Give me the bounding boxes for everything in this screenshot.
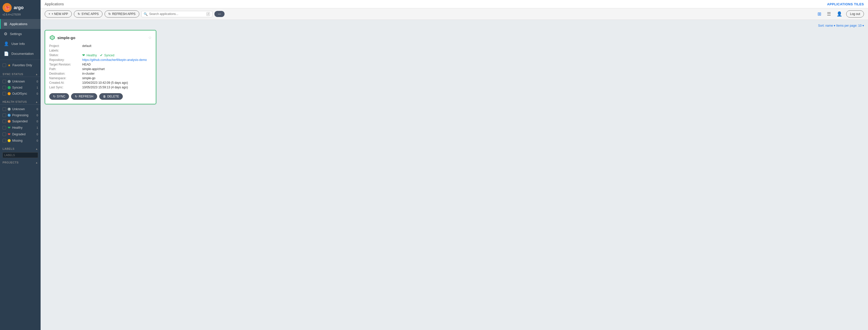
project-key: Project: <box>49 44 82 48</box>
favorite-star-button[interactable]: ☆ <box>148 35 152 40</box>
list-view-button[interactable]: ☰ <box>825 11 833 17</box>
card-title: simple-go <box>49 34 75 40</box>
labels-key: Labels: <box>49 49 82 52</box>
health-healthy-count: 1 <box>36 126 38 129</box>
new-app-button[interactable]: + + NEW APP <box>45 10 72 18</box>
filter-toggle-button[interactable]: — <box>214 11 224 17</box>
health-missing-filter[interactable]: ! Missing 0 <box>0 138 40 144</box>
health-unknown-count: 0 <box>36 108 38 111</box>
sync-outofsync-label: OutOfSync <box>12 92 35 95</box>
health-progressing-checkbox[interactable] <box>3 114 6 117</box>
health-suspended-icon: ⊘ <box>8 120 11 123</box>
app-name[interactable]: simple-go <box>57 35 75 40</box>
logo-text: argo <box>14 5 24 10</box>
delete-button[interactable]: 🗑 DELETE <box>99 93 123 100</box>
favorites-filter[interactable]: ★ Favorites Only <box>0 61 40 69</box>
grid-view-button[interactable]: ⊞ <box>816 11 823 17</box>
labels-chevron[interactable]: ▲ <box>35 148 38 150</box>
health-unknown-filter[interactable]: ? Unknown 0 <box>0 106 40 112</box>
projects-header: PROJECTS ▲ <box>0 159 40 165</box>
health-degraded-label: Degraded <box>12 132 35 136</box>
namespace-value: simple-go <box>82 77 95 80</box>
repository-value[interactable]: https://github.com/bacherfl/keptn-analys… <box>82 58 147 62</box>
page-title: Applications <box>45 2 64 6</box>
project-value: default <box>82 44 91 48</box>
health-degraded-filter[interactable]: ❤ Degraded 0 <box>0 131 40 138</box>
labels-header: LABELS ▲ <box>0 145 40 151</box>
path-key: Path: <box>49 67 82 71</box>
health-status-chevron[interactable]: ▲ <box>35 100 38 103</box>
logout-button[interactable]: Log out <box>846 10 864 18</box>
sidebar: 🐙 argo v2.8.4+c279299 ⊞ Applications ⚙ S… <box>0 0 40 330</box>
user-avatar-button[interactable]: 👤 <box>835 11 844 17</box>
health-suspended-filter[interactable]: ⊘ Suspended 0 <box>0 118 40 124</box>
app-card-simple-go: simple-go ☆ Project: default Labels: Sta… <box>45 30 156 104</box>
sync-synced-checkbox[interactable] <box>3 86 6 89</box>
favorites-checkbox[interactable] <box>3 63 6 67</box>
sync-apps-button[interactable]: ↻ SYNC APPS <box>74 10 102 18</box>
health-missing-checkbox[interactable] <box>3 139 6 142</box>
sidebar-item-documentation[interactable]: 📄 Documentation <box>0 49 40 59</box>
argo-app-icon <box>49 34 55 40</box>
labels-input[interactable] <box>3 152 38 158</box>
toolbar-right: ⊞ ☰ 👤 Log out <box>816 10 864 18</box>
sync-btn-label: SYNC <box>57 95 65 98</box>
content-area: Sort: name ▾ Items per page: 10 ▾ simple… <box>40 20 868 330</box>
health-missing-count: 0 <box>36 139 38 142</box>
sort-label[interactable]: Sort: name ▾ Items per page: 10 ▾ <box>818 24 864 27</box>
sidebar-item-user-info[interactable]: 👤 User Info <box>0 39 40 49</box>
sync-status-chevron[interactable]: ▲ <box>35 73 38 76</box>
health-healthy-filter[interactable]: ❤ Healthy 1 <box>0 124 40 131</box>
logo-icon: 🐙 <box>3 3 12 12</box>
card-row-path: Path: simple-app/chart <box>49 67 152 71</box>
sync-status-header: SYNC STATUS ▲ <box>0 70 40 77</box>
card-row-repository: Repository: https://github.com/bacherfl/… <box>49 58 152 62</box>
sync-button[interactable]: ↻ SYNC <box>49 93 69 100</box>
sync-unknown-icon: ○ <box>8 80 11 83</box>
sort-bar[interactable]: Sort: name ▾ Items per page: 10 ▾ <box>45 23 864 30</box>
favorites-star-icon: ★ <box>8 63 11 67</box>
sync-unknown-filter[interactable]: ○ Unknown 0 <box>0 79 40 85</box>
applications-tiles-link[interactable]: APPLICATIONS TILES <box>827 2 864 6</box>
refresh-icon: ↻ <box>108 12 111 16</box>
sidebar-item-applications[interactable]: ⊞ Applications <box>0 19 40 29</box>
projects-chevron[interactable]: ▲ <box>35 161 38 164</box>
delete-btn-label: DELETE <box>107 95 119 98</box>
refresh-apps-button[interactable]: ↻ REFRESH APPS <box>104 10 139 18</box>
sync-unknown-count: 0 <box>36 80 38 83</box>
sidebar-item-settings[interactable]: ⚙ Settings <box>0 29 40 39</box>
card-row-labels: Labels: <box>49 48 152 53</box>
sync-outofsync-checkbox[interactable] <box>3 92 6 95</box>
health-suspended-checkbox[interactable] <box>3 120 6 123</box>
toolbar: + + NEW APP ↻ SYNC APPS ↻ REFRESH APPS 🔍… <box>40 8 868 20</box>
sync-outofsync-filter[interactable]: OutOfSync 0 <box>0 91 40 97</box>
health-badge-label: Healthy <box>87 54 97 57</box>
sidebar-item-applications-label: Applications <box>10 22 27 26</box>
health-unknown-icon: ? <box>8 108 11 111</box>
health-progressing-filter[interactable]: ↻ Progressing 0 <box>0 112 40 118</box>
path-value: simple-app/chart <box>82 67 105 71</box>
card-header: simple-go ☆ <box>49 34 152 40</box>
sidebar-item-docs-label: Documentation <box>11 52 33 56</box>
health-unknown-checkbox[interactable] <box>3 108 6 111</box>
refresh-button[interactable]: ↻ REFRESH <box>71 93 97 100</box>
favorites-label: Favorites Only <box>12 63 32 67</box>
health-missing-label: Missing <box>12 139 35 142</box>
sync-outofsync-count: 0 <box>36 92 38 95</box>
health-degraded-checkbox[interactable] <box>3 132 6 136</box>
sync-synced-filter[interactable]: Synced 1 <box>0 85 40 91</box>
health-healthy-checkbox[interactable] <box>3 126 6 129</box>
search-input[interactable] <box>149 12 205 16</box>
card-actions: ↻ SYNC ↻ REFRESH 🗑 DELETE <box>49 93 152 100</box>
settings-icon: ⚙ <box>4 31 7 36</box>
health-missing-icon: ! <box>8 139 11 142</box>
repository-key: Repository: <box>49 58 82 62</box>
health-progressing-icon: ↻ <box>8 114 11 117</box>
main-content: Applications APPLICATIONS TILES + + NEW … <box>40 0 868 330</box>
search-box: 🔍 / <box>141 11 212 17</box>
sync-unknown-checkbox[interactable] <box>3 80 6 83</box>
sync-status-section: ○ Unknown 0 Synced 1 OutOfSync 0 <box>0 77 40 98</box>
status-key: Status: <box>49 53 82 57</box>
new-app-icon: + <box>49 12 50 16</box>
health-badge-icon: ❤ <box>82 53 85 57</box>
